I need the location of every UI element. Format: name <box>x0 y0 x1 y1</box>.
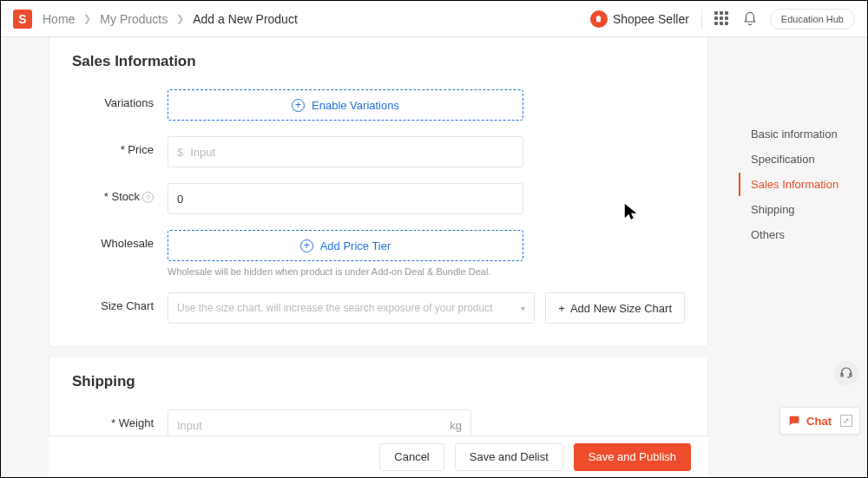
wholesale-hint: Wholesale will be hidden when product is… <box>168 266 685 277</box>
shopee-logo-icon[interactable]: S <box>13 10 32 29</box>
add-price-tier-button[interactable]: + Add Price Tier <box>168 230 523 261</box>
help-icon[interactable]: ? <box>142 192 154 203</box>
price-input-wrapper: $ <box>168 136 523 167</box>
plus-circle-icon: + <box>300 239 313 252</box>
footer-bar: Cancel Save and Delist Save and Publish <box>49 435 708 477</box>
sales-information-card: Sales Information Variations + Enable Va… <box>49 37 708 347</box>
shopee-bag-icon <box>590 10 608 28</box>
plus-circle-icon: + <box>292 99 305 112</box>
wholesale-row: Wholesale + Add Price Tier Wholesale wil… <box>72 230 685 277</box>
size-chart-select[interactable]: Use the size chart, will increase the se… <box>168 292 535 324</box>
add-size-chart-label: Add New Size Chart <box>570 302 672 315</box>
add-size-chart-button[interactable]: + Add New Size Chart <box>545 292 685 324</box>
breadcrumb-home[interactable]: Home <box>43 12 75 26</box>
seller-brand[interactable]: Shopee Seller <box>590 10 689 28</box>
price-row: * Price $ <box>72 136 685 167</box>
section-title: Shipping <box>72 373 685 390</box>
chevron-right-icon: ❯ <box>83 13 91 24</box>
page-canvas: Sales Information Variations + Enable Va… <box>1 37 867 477</box>
section-title: Sales Information <box>72 53 685 70</box>
svg-rect-0 <box>841 374 843 377</box>
price-input[interactable] <box>190 137 514 167</box>
size-chart-label: Size Chart <box>72 292 168 312</box>
apps-grid-icon[interactable] <box>714 11 730 27</box>
support-headset-icon[interactable] <box>834 361 858 385</box>
svg-rect-1 <box>850 374 852 377</box>
stock-label: * Stock? <box>72 183 168 203</box>
enable-variations-button[interactable]: + Enable Variations <box>168 89 523 121</box>
nav-shipping[interactable]: Shipping <box>739 198 867 221</box>
size-chart-row: Size Chart Use the size chart, will incr… <box>72 292 685 324</box>
chevron-down-icon: ▾ <box>521 304 525 313</box>
education-hub-button[interactable]: Education Hub <box>770 9 855 29</box>
size-chart-placeholder: Use the size chart, will increase the se… <box>177 302 493 314</box>
enable-variations-label: Enable Variations <box>312 99 399 112</box>
variations-label: Variations <box>72 89 168 109</box>
header-left: S Home ❯ My Products ❯ Add a New Product <box>13 10 299 29</box>
chat-widget[interactable]: Chat ⤢ <box>779 407 860 435</box>
chevron-right-icon: ❯ <box>176 13 184 24</box>
stock-input-wrapper <box>168 183 523 214</box>
add-price-tier-label: Add Price Tier <box>320 239 391 252</box>
breadcrumb-current: Add a New Product <box>193 12 298 26</box>
currency-prefix: $ <box>177 146 183 159</box>
nav-basic-information[interactable]: Basic information <box>739 122 867 146</box>
nav-sales-information[interactable]: Sales Information <box>739 173 867 196</box>
save-and-delist-button[interactable]: Save and Delist <box>455 443 563 471</box>
price-label: * Price <box>72 136 168 156</box>
wholesale-label: Wholesale <box>72 230 168 250</box>
stock-row: * Stock? <box>72 183 685 214</box>
expand-icon[interactable]: ⤢ <box>840 415 852 427</box>
variations-row: Variations + Enable Variations <box>72 89 685 121</box>
stock-input[interactable] <box>177 184 514 213</box>
notifications-bell-icon[interactable] <box>742 11 758 27</box>
weight-label: * Weight <box>72 409 168 429</box>
seller-brand-label: Shopee Seller <box>613 12 689 26</box>
nav-others[interactable]: Others <box>739 223 867 246</box>
nav-specification[interactable]: Specification <box>739 147 867 171</box>
cancel-button[interactable]: Cancel <box>379 443 444 471</box>
divider <box>701 10 702 29</box>
breadcrumb: Home ❯ My Products ❯ Add a New Product <box>41 12 299 26</box>
weight-unit: kg <box>450 419 462 432</box>
top-header: S Home ❯ My Products ❯ Add a New Product… <box>1 1 867 37</box>
main-column: Sales Information Variations + Enable Va… <box>1 37 713 477</box>
save-and-publish-button[interactable]: Save and Publish <box>574 443 691 471</box>
breadcrumb-my-products[interactable]: My Products <box>100 12 168 26</box>
header-right: Shopee Seller Education Hub <box>590 9 855 29</box>
chat-label: Chat <box>806 415 832 428</box>
chat-icon <box>787 414 801 428</box>
plus-icon: + <box>558 302 565 315</box>
